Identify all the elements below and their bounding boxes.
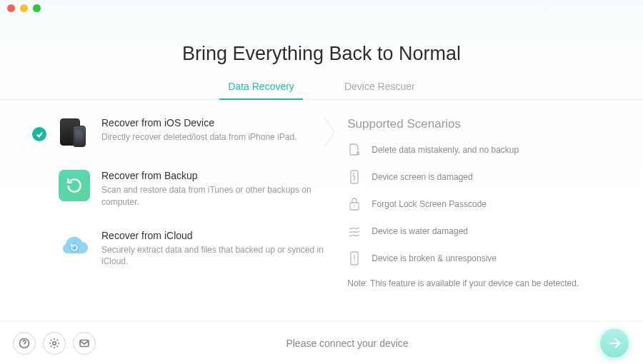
scenario-item: Device is water damaged [347,224,612,238]
arrow-right-icon [607,336,622,350]
help-icon [19,338,30,349]
option-desc: Scan and restore data from iTunes or oth… [101,184,324,208]
scenarios-note: Note: This feature is available if your … [347,278,612,288]
option-title: Recover from iOS Device [101,117,324,128]
lock-icon: ? [347,197,362,211]
option-title: Recover from Backup [101,170,324,181]
scenario-label: Device is water damaged [372,226,468,236]
scenario-item: Delete data mistakenly, and no backup [347,143,612,157]
recovery-options-list: Recover from iOS Device Directly recover… [31,117,324,289]
window-titlebar [0,0,643,16]
refresh-folder-icon [59,170,90,201]
help-button[interactable] [13,332,36,355]
tab-bar: Data Recovery Device Rescuer [0,81,643,100]
devices-icon [59,117,90,148]
supported-scenarios-panel: Supported Scenarios Delete data mistaken… [342,117,612,289]
maximize-window-button[interactable] [33,4,41,12]
alert-icon [347,251,362,266]
scenario-label: Delete data mistakenly, and no backup [372,145,519,155]
option-recover-from-ios-device[interactable]: Recover from iOS Device Directly recover… [31,117,324,148]
svg-text:?: ? [354,204,357,208]
minimize-window-button[interactable] [20,4,28,12]
svg-point-8 [24,345,24,346]
scenario-label: Forgot Lock Screen Passcode [372,199,487,209]
screen-broken-icon [347,170,362,184]
svg-rect-10 [80,340,89,346]
tab-device-rescuer[interactable]: Device Rescuer [344,81,415,99]
next-button[interactable] [599,328,630,359]
settings-button[interactable] [43,332,66,355]
cloud-refresh-icon [59,230,90,261]
option-recover-from-icloud[interactable]: Recover from iCloud Securely extract dat… [31,230,324,268]
svg-point-6 [354,261,355,262]
option-desc: Directly recover deleted/lost data from … [101,131,324,143]
svg-point-9 [53,341,56,344]
mail-icon [79,338,90,349]
feedback-button[interactable] [73,332,96,355]
option-title: Recover from iCloud [101,230,324,241]
chevron-right-divider-icon [322,114,339,150]
option-recover-from-backup[interactable]: Recover from Backup Scan and restore dat… [31,170,324,208]
footer-bar: Please connect your device [0,321,643,364]
tab-data-recovery[interactable]: Data Recovery [228,81,294,99]
scenario-item: ? Forgot Lock Screen Passcode [347,197,612,211]
footer-status: Please connect your device [96,338,599,349]
scenarios-title: Supported Scenarios [347,117,612,131]
water-icon [347,224,362,238]
scenario-item: Device is broken & unresponsive [347,251,612,266]
gear-icon [49,338,60,349]
page-title: Bring Everything Back to Normal [0,43,643,65]
file-delete-icon [347,143,362,157]
check-icon [32,127,46,141]
option-desc: Securely extract data and files that bac… [101,244,324,268]
scenario-label: Device is broken & unresponsive [372,253,497,263]
scenario-label: Device screen is damaged [372,172,472,182]
scenario-item: Device screen is damaged [347,170,612,184]
close-window-button[interactable] [7,4,15,12]
